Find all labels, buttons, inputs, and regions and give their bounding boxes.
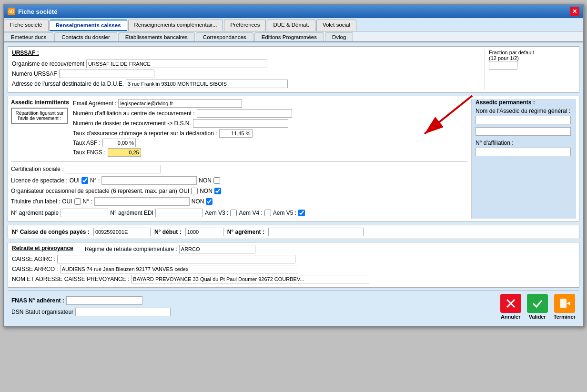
tab-contacts-dossier[interactable]: Contacts du dossier	[54, 32, 117, 41]
titulaire-non-label: NON	[192, 198, 204, 205]
organisateur-oui-label: OUI	[179, 188, 189, 194]
assedic-nom-input[interactable]	[476, 116, 571, 124]
terminer-button[interactable]: Terminer	[554, 294, 576, 320]
titulaire-num-input[interactable]	[94, 197, 190, 206]
assedic-perm-title: Assedic permanents :	[476, 99, 576, 106]
num-dossier-input[interactable]	[193, 119, 288, 128]
main-content: URSSAF : Organisme de recouvrement Numér…	[4, 42, 583, 326]
caisse-agirc-input[interactable]	[57, 255, 295, 263]
prevoyance-label: NOM ET ADRESSE CAISSE PREVOYANCE :	[12, 276, 129, 282]
taux-fngs-input[interactable]	[108, 148, 141, 157]
action-buttons: Annuler Valider Terminer	[500, 294, 576, 320]
urssaf-address-input[interactable]	[126, 80, 288, 88]
urssaf-left: URSSAF : Organisme de recouvrement Numér…	[12, 50, 481, 90]
urssaf-title: URSSAF :	[12, 50, 39, 56]
licence-num-input[interactable]	[101, 176, 197, 185]
licence-label: Licence de spectacle :	[11, 177, 68, 184]
title-bar: 4D Fiche société ✕	[4, 5, 583, 18]
urssaf-right: Fraction par default(12 pour 1/2)	[485, 50, 575, 90]
assedic-wrapper: Assedic intermittents Répartition figura…	[8, 96, 579, 222]
caisse-agirc-label: CAISSE AGIRC :	[12, 256, 55, 262]
tab-etablissements-bancaires[interactable]: Etablissements bancaires	[118, 32, 195, 41]
titulaire-non-checkbox[interactable]	[206, 198, 213, 205]
num-dossier-label: Numéro de dossier de recouvrement -> D.S…	[73, 120, 191, 127]
regime-label: Régime de retraite complémentaire :	[85, 246, 177, 252]
assedic-left: Assedic intermittents Répartition figura…	[11, 99, 467, 219]
licence-oui-checkbox[interactable]	[81, 177, 88, 184]
tab-renseignements-caisses[interactable]: Renseignements caisses	[50, 20, 127, 31]
organisateur-oui-checkbox[interactable]	[191, 188, 198, 194]
num-affil-input[interactable]	[197, 109, 292, 118]
conges-block: N° Caisse de congés payés : N° début : N…	[8, 225, 579, 239]
aem-v4-label: Aem V4 :	[239, 210, 262, 216]
tab-correspondances[interactable]: Correspondances	[196, 32, 253, 41]
urssaf-section: URSSAF : Organisme de recouvrement Numér…	[8, 46, 579, 93]
retraite-title: Retraite et prévoyance	[12, 245, 73, 251]
licence-non-label: NON	[199, 177, 212, 184]
close-button[interactable]: ✕	[570, 7, 579, 16]
assedic-nom-input2[interactable]	[476, 127, 571, 136]
tab-due-demat[interactable]: DUE & Démat.	[267, 20, 315, 31]
debut-input[interactable]	[185, 228, 223, 236]
dsn-input[interactable]	[75, 308, 171, 316]
email-label: Email Agrément :	[73, 100, 116, 107]
organisateur-non-checkbox[interactable]	[214, 188, 221, 194]
taux-chomage-input[interactable]	[219, 129, 253, 138]
agrement-papier-input[interactable]	[61, 209, 108, 217]
titulaire-oui-label: OUI	[62, 198, 72, 205]
terminer-label: Terminer	[554, 314, 576, 320]
assedic-form: Email Agrément : Numéro d'affiliation au…	[73, 99, 467, 158]
assedic-permanents: Assedic permanents : Nom de l'Assedic du…	[471, 99, 576, 219]
caisse-arrco-input[interactable]	[60, 265, 298, 273]
assedic-num-affil-perm-label: N° d'affiliation :	[476, 140, 576, 146]
fnas-left: FNAS N° adhérent : DSN Statut organisate…	[11, 296, 500, 318]
urssaf-address-label: Adresse de l'urssaf destinataire de la D…	[12, 80, 124, 87]
assedic-nom-label: Nom de l'Assedic du régime général :	[476, 108, 576, 114]
urssaf-num-input[interactable]	[59, 70, 154, 78]
tab-dvlog[interactable]: Dvlog	[325, 32, 353, 41]
urssaf-org-input[interactable]	[86, 60, 267, 68]
licence-num-label: N° :	[90, 177, 100, 184]
email-input[interactable]	[118, 99, 242, 108]
aem-v3-label: Aem V3 :	[205, 210, 228, 216]
titulaire-oui-checkbox[interactable]	[74, 198, 81, 205]
cert-input[interactable]	[66, 165, 161, 173]
tab-volet-social[interactable]: Volet social	[316, 20, 356, 31]
fnas-section: FNAS N° adhérent : DSN Statut organisate…	[8, 291, 579, 322]
titulaire-label: Titulaire d'un label :	[11, 198, 60, 205]
agrement-papier-label: N° agrément papie	[11, 210, 59, 216]
licence-oui-label: OUI	[70, 177, 80, 184]
urssaf-num-label: Numéro URSSAF	[12, 70, 57, 77]
fraction-input[interactable]	[489, 61, 517, 70]
fraction-label: Fraction par default(12 pour 1/2)	[489, 50, 575, 61]
tab-row-1: Fiche société Renseignements caisses Ren…	[4, 18, 583, 31]
licence-non-checkbox[interactable]	[213, 177, 220, 184]
aem-v3-checkbox[interactable]	[230, 210, 237, 216]
conges-num-input[interactable]	[93, 228, 151, 236]
retraite-section: Retraite et prévoyance Régime de retrait…	[8, 242, 579, 288]
taux-chomage-label: Taux d'assurance chômage à reporter sur …	[73, 130, 217, 137]
taux-asf-input[interactable]	[102, 139, 136, 147]
valider-button[interactable]: Valider	[527, 294, 548, 320]
aem-v4-checkbox[interactable]	[264, 210, 271, 216]
organisateur-label: Organisateur occasionnel de spectacle (6…	[11, 188, 177, 194]
agrement-num-input[interactable]	[268, 228, 364, 236]
prevoyance-input[interactable]	[131, 275, 369, 283]
assedic-box: Répartition figurant sur l'avis de verse…	[11, 108, 68, 124]
regime-input[interactable]	[179, 245, 255, 253]
tab-preferences[interactable]: Préférences	[224, 20, 266, 31]
tab-fiche-societe[interactable]: Fiche société	[4, 20, 49, 31]
taux-fngs-label: Taux FNGS :	[73, 149, 106, 156]
annuler-button[interactable]: Annuler	[500, 294, 521, 320]
agrement-edi-input[interactable]	[155, 209, 203, 217]
tab-editions-programmees[interactable]: Editions Programmées	[254, 32, 324, 41]
tab-emetteur-ducs[interactable]: Emetteur ducs	[4, 32, 53, 41]
agrement-edi-label: N° agrément EDI	[110, 210, 153, 216]
assedic-num-affil-perm-input[interactable]	[476, 148, 571, 156]
tab-renseignements-complementaires[interactable]: Renseignements complémentair...	[128, 20, 223, 31]
annuler-label: Annuler	[501, 314, 521, 320]
aem-v5-checkbox[interactable]	[298, 210, 305, 216]
terminer-icon	[554, 294, 575, 313]
svg-rect-4	[560, 299, 567, 308]
fnas-input[interactable]	[66, 296, 142, 305]
